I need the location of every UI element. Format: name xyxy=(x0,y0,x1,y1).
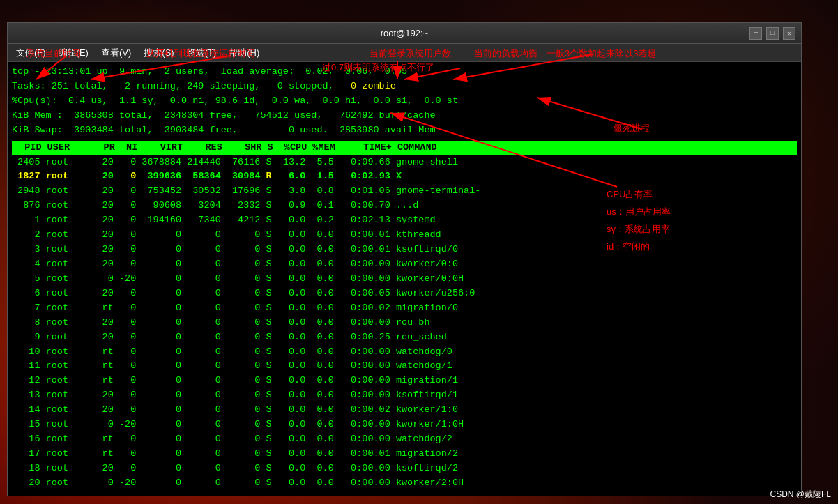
annotation-cpu-sy: sy：系统占用率 xyxy=(607,223,670,236)
top-line5: KiB Swap: 3903484 total, 3903484 free, 0… xyxy=(12,123,797,138)
maximize-button[interactable]: □ xyxy=(766,27,779,40)
annotation-cpu-title: CPU占有率 xyxy=(607,188,653,201)
annotation-system-time: 系统当前时间 xyxy=(26,47,81,60)
process-row-14: 14 root 20 0 0 0 0 S 0.0 0.0 0:00.02 kwo… xyxy=(12,403,797,418)
annotation-users: 当前登录系统用户数 xyxy=(370,47,451,60)
title-buttons: ─ □ ✕ xyxy=(749,27,795,40)
menu-view[interactable]: 查看(V) xyxy=(96,45,137,61)
process-row-8: 8 root 20 0 0 0 0 S 0.0 0.0 0:00.00 rcu_… xyxy=(12,316,797,330)
process-row-10: 10 root rt 0 0 0 0 S 0.0 0.0 0:00.00 wat… xyxy=(12,345,797,360)
process-row-15: 15 root 0 -20 0 0 0 S 0.0 0.0 0:00.00 kw… xyxy=(12,418,797,432)
process-row-1827: 1827 root 20 0 399636 58364 30984 R 6.0 … xyxy=(12,169,797,184)
process-row-12: 12 root rt 0 0 0 0 S 0.0 0.0 0:00.00 mig… xyxy=(12,374,797,388)
process-row-20: 20 root 0 -20 0 0 0 S 0.0 0.0 0:00.00 kw… xyxy=(12,476,797,491)
terminal-content: top - 23:13:01 up 9 min, 2 users, load_a… xyxy=(8,62,801,496)
process-row-2405: 2405 root 20 0 3678884 214440 76116 S 13… xyxy=(12,155,797,170)
process-header: PID USER PR NI VIRT RES SHR S %CPU %MEM … xyxy=(12,141,797,155)
annotation-load-avg: 当前的负载均衡，一般3个数加起来除以3若超 xyxy=(474,47,656,60)
annotation-load-note: 过0.7则表明系统有点不行了 xyxy=(322,61,434,74)
process-row-16: 16 root rt 0 0 0 0 S 0.0 0.0 0:00.00 wat… xyxy=(12,432,797,447)
top-line4: KiB Mem : 3865308 total, 2348304 free, 7… xyxy=(12,109,797,123)
process-row-2: 2 root 20 0 0 0 0 S 0.0 0.0 0:00.01 kthr… xyxy=(12,228,797,243)
annotation-cpu-id: id：空闲的 xyxy=(607,240,650,253)
process-row-11: 11 root rt 0 0 0 0 S 0.0 0.0 0:00.00 wat… xyxy=(12,359,797,374)
process-row-18: 18 root 20 0 0 0 0 S 0.0 0.0 0:00.00 kso… xyxy=(12,461,797,476)
annotation-uptime: 从开机到现在系统运行时间 xyxy=(146,47,255,60)
top-line2: Tasks: 251 total, 2 running, 249 sleepin… xyxy=(12,79,797,94)
close-button[interactable]: ✕ xyxy=(783,27,795,40)
footer-text: CSDN @戴陵FL xyxy=(770,489,831,501)
process-row-9: 9 root 20 0 0 0 0 S 0.0 0.0 0:00.25 rcu_… xyxy=(12,330,797,345)
process-row-2948: 2948 root 20 0 753452 30532 17696 S 3.8 … xyxy=(12,184,797,199)
window-title: root@192:~ xyxy=(381,28,429,38)
process-row-6: 6 root 20 0 0 0 0 S 0.0 0.0 0:00.05 kwor… xyxy=(12,287,797,301)
top-line3: %Cpu(s): 0.4 us, 1.1 sy, 0.0 ni, 98.6 id… xyxy=(12,94,797,109)
process-row-876: 876 root 20 0 90608 3204 2332 S 0.9 0.1 … xyxy=(12,199,797,213)
process-row-4: 4 root 20 0 0 0 0 S 0.0 0.0 0:00.00 kwor… xyxy=(12,257,797,272)
process-row-13: 13 root 20 0 0 0 0 S 0.0 0.0 0:00.00 kso… xyxy=(12,388,797,403)
terminal-window: root@192:~ ─ □ ✕ 文件(F) 编辑(E) 查看(V) 搜索(S)… xyxy=(7,22,802,496)
annotation-cpu-us: us：用户占用率 xyxy=(607,206,671,218)
process-row-7: 7 root rt 0 0 0 0 S 0.0 0.0 0:00.02 migr… xyxy=(12,301,797,316)
annotation-zombie: 僵死进程 xyxy=(614,122,650,135)
minimize-button[interactable]: ─ xyxy=(749,27,762,40)
process-row-5: 5 root 0 -20 0 0 0 S 0.0 0.0 0:00.00 kwo… xyxy=(12,272,797,287)
process-row-3: 3 root 20 0 0 0 0 S 0.0 0.0 0:00.01 ksof… xyxy=(12,243,797,257)
process-row-1: 1 root 20 0 194160 7340 4212 S 0.0 0.2 0… xyxy=(12,213,797,228)
title-bar: root@192:~ ─ □ ✕ xyxy=(8,23,801,44)
process-row-17: 17 root rt 0 0 0 0 S 0.0 0.0 0:00.01 mig… xyxy=(12,447,797,461)
